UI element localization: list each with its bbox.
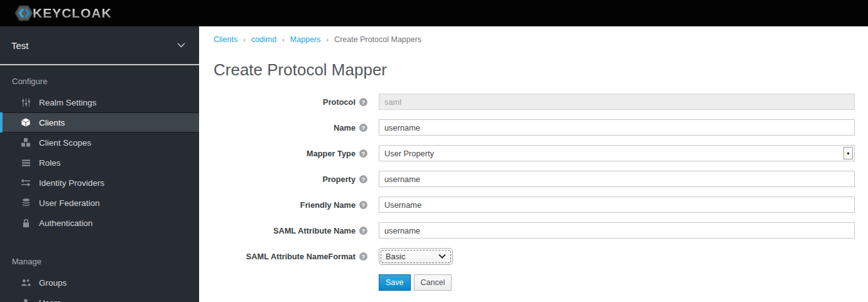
sidebar-item-users[interactable]: Users <box>0 293 199 302</box>
keycloak-hexagon-icon <box>13 3 35 23</box>
sidebar-item-client-scopes[interactable]: Client Scopes <box>0 132 199 153</box>
mapper-type-select[interactable]: User Property ▼ <box>379 145 855 161</box>
help-icon[interactable]: ? <box>359 98 367 106</box>
help-icon[interactable]: ? <box>359 252 367 261</box>
breadcrumb: Clients › codimd › Mappers › Create Prot… <box>214 35 868 44</box>
sidebar-item-groups[interactable]: Groups <box>0 272 199 293</box>
save-button[interactable]: Save <box>379 274 411 291</box>
cube-icon <box>21 117 31 127</box>
breadcrumb-codimd[interactable]: codimd <box>251 35 276 44</box>
database-icon <box>21 198 31 208</box>
name-field[interactable] <box>379 119 855 136</box>
breadcrumb-clients[interactable]: Clients <box>214 35 237 44</box>
breadcrumb-separator: › <box>327 36 329 43</box>
sidebar-item-label: User Federation <box>39 198 100 208</box>
name-label: Name <box>334 123 355 132</box>
breadcrumb-separator: › <box>243 36 246 43</box>
friendly-name-field[interactable] <box>379 197 855 213</box>
realm-selector[interactable]: Test <box>0 26 199 65</box>
chevron-down-icon <box>177 43 185 48</box>
realm-name: Test <box>11 40 29 51</box>
sidebar-item-label: Client Scopes <box>39 138 91 148</box>
saml-attribute-name-label: SAML Attribute Name <box>273 226 355 235</box>
protocol-field <box>379 94 855 110</box>
sidebar-item-label: Realm Settings <box>39 98 97 107</box>
form-row-property: Property ? <box>214 171 868 187</box>
lock-icon <box>21 218 31 228</box>
keycloak-logo[interactable]: KEYCLOAK <box>13 3 112 23</box>
sidebar-section-manage: Manage <box>0 245 199 272</box>
form-row-name: Name ? <box>214 119 868 136</box>
chevron-down-icon <box>438 251 445 258</box>
protocol-label: Protocol <box>323 97 355 107</box>
saml-attribute-nameformat-select[interactable]: Basic <box>379 248 453 265</box>
sidebar-item-identity-providers[interactable]: Identity Providers <box>0 173 199 193</box>
sidebar-item-roles[interactable]: Roles <box>0 153 199 173</box>
saml-attribute-name-field[interactable] <box>379 222 855 239</box>
sidebar-item-label: Identity Providers <box>39 178 104 188</box>
sidebar: Test Configure Realm Settings <box>0 26 199 302</box>
form-row-friendly-name: Friendly Name ? <box>214 197 868 213</box>
form-row-mapper-type: Mapper Type ? User Property ▼ <box>214 145 868 161</box>
cancel-button[interactable]: Cancel <box>414 274 452 291</box>
sliders-icon <box>21 97 31 107</box>
page-title: Create Protocol Mapper <box>214 60 868 80</box>
help-icon[interactable]: ? <box>359 124 367 132</box>
property-field[interactable] <box>379 171 855 187</box>
sidebar-item-clients[interactable]: Clients <box>0 112 199 132</box>
friendly-name-label: Friendly Name <box>300 200 355 210</box>
breadcrumb-mappers[interactable]: Mappers <box>290 35 321 44</box>
sidebar-item-realm-settings[interactable]: Realm Settings <box>0 92 199 112</box>
nameformat-selected-value: Basic <box>386 252 405 261</box>
main-content: Clients › codimd › Mappers › Create Prot… <box>199 26 868 302</box>
breadcrumb-separator: › <box>282 36 285 43</box>
sidebar-item-label: Clients <box>39 118 65 127</box>
help-icon[interactable]: ? <box>359 227 367 235</box>
form-row-saml-attribute-nameformat: SAML Attribute NameFormat ? Basic <box>214 248 868 265</box>
saml-attribute-nameformat-label: SAML Attribute NameFormat <box>246 252 355 261</box>
property-label: Property <box>322 175 355 184</box>
sidebar-item-user-federation[interactable]: User Federation <box>0 193 199 213</box>
sidebar-item-authentication[interactable]: Authentication <box>0 213 199 233</box>
dropdown-arrow-icon[interactable]: ▼ <box>844 147 853 159</box>
top-header-bar: KEYCLOAK <box>0 0 868 26</box>
keycloak-logo-text: KEYCLOAK <box>33 6 112 21</box>
form-row-saml-attribute-name: SAML Attribute Name ? <box>214 222 868 239</box>
help-icon[interactable]: ? <box>359 201 367 209</box>
mapper-type-label: Mapper Type <box>307 149 355 158</box>
form-buttons: Save Cancel <box>379 274 868 291</box>
help-icon[interactable]: ? <box>359 149 367 158</box>
exchange-arrows-icon <box>21 178 31 188</box>
sidebar-item-label: Authentication <box>39 218 93 228</box>
form-row-protocol: Protocol ? <box>214 94 868 110</box>
sidebar-item-label: Groups <box>39 278 67 288</box>
mapper-type-selected-value: User Property <box>384 149 434 158</box>
breadcrumb-current: Create Protocol Mappers <box>334 35 421 44</box>
sidebar-item-label: Roles <box>39 158 61 168</box>
sidebar-item-label: Users <box>39 298 61 302</box>
cubes-icon <box>21 138 31 148</box>
sidebar-section-configure: Configure <box>0 65 199 92</box>
user-icon <box>21 298 31 302</box>
users-icon <box>21 278 31 288</box>
help-icon[interactable]: ? <box>359 175 367 183</box>
list-icon <box>21 158 31 168</box>
